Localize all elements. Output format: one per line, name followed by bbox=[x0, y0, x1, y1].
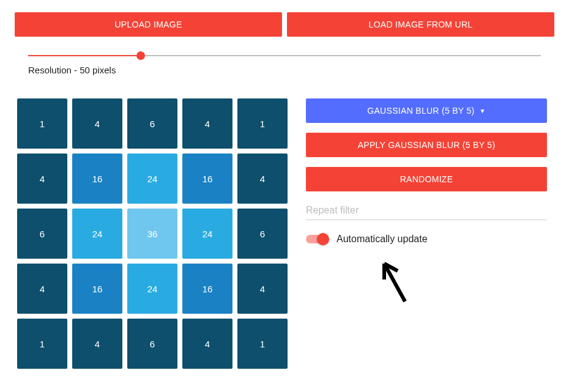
kernel-cell[interactable]: 6 bbox=[127, 98, 177, 149]
kernel-cell[interactable]: 4 bbox=[237, 264, 288, 314]
toggle-knob bbox=[317, 233, 329, 245]
slider-track bbox=[28, 55, 541, 56]
auto-update-toggle[interactable] bbox=[306, 235, 328, 243]
slider-thumb[interactable] bbox=[136, 51, 145, 60]
kernel-cell[interactable]: 24 bbox=[182, 209, 232, 259]
kernel-cell[interactable]: 6 bbox=[237, 209, 288, 259]
kernel-cell[interactable]: 4 bbox=[17, 264, 67, 314]
kernel-cell[interactable]: 4 bbox=[72, 98, 122, 149]
kernel-cell[interactable]: 4 bbox=[237, 153, 288, 204]
kernel-cell[interactable]: 4 bbox=[72, 319, 122, 369]
kernel-cell[interactable]: 1 bbox=[237, 319, 288, 369]
filter-dropdown-label: GAUSSIAN BLUR (5 BY 5) bbox=[367, 106, 474, 116]
apply-filter-button[interactable]: APPLY GAUSSIAN BLUR (5 BY 5) bbox=[306, 133, 547, 157]
kernel-grid-container: 1464141624164624362464162416414641 bbox=[17, 98, 288, 369]
kernel-cell[interactable]: 24 bbox=[72, 209, 122, 259]
kernel-cell[interactable]: 16 bbox=[72, 153, 122, 204]
repeat-filter-input[interactable] bbox=[306, 201, 547, 220]
chevron-down-icon: ▼ bbox=[479, 108, 485, 114]
kernel-cell[interactable]: 1 bbox=[237, 98, 288, 149]
randomize-button[interactable]: RANDOMIZE bbox=[306, 167, 547, 191]
kernel-cell[interactable]: 24 bbox=[127, 264, 177, 314]
filter-dropdown[interactable]: GAUSSIAN BLUR (5 BY 5) ▼ bbox=[306, 98, 547, 123]
resolution-label: Resolution - 50 pixels bbox=[28, 65, 541, 75]
kernel-cell[interactable]: 24 bbox=[127, 153, 177, 204]
slider-fill bbox=[28, 55, 141, 56]
auto-update-label: Automatically update bbox=[337, 234, 428, 245]
kernel-cell[interactable]: 4 bbox=[182, 98, 232, 149]
kernel-grid: 1464141624164624362464162416414641 bbox=[17, 98, 288, 369]
kernel-cell[interactable]: 4 bbox=[17, 153, 67, 204]
resolution-slider[interactable] bbox=[28, 55, 541, 56]
kernel-cell[interactable]: 16 bbox=[182, 264, 232, 314]
kernel-cell[interactable]: 1 bbox=[17, 319, 67, 369]
right-panel: GAUSSIAN BLUR (5 BY 5) ▼ APPLY GAUSSIAN … bbox=[306, 98, 554, 369]
kernel-cell[interactable]: 16 bbox=[72, 264, 122, 314]
kernel-cell[interactable]: 4 bbox=[182, 319, 232, 369]
kernel-cell[interactable]: 6 bbox=[127, 319, 177, 369]
upload-image-button[interactable]: UPLOAD IMAGE bbox=[15, 12, 282, 37]
kernel-cell[interactable]: 36 bbox=[127, 209, 177, 259]
kernel-cell[interactable]: 16 bbox=[182, 153, 232, 204]
kernel-cell[interactable]: 1 bbox=[17, 98, 67, 149]
load-image-from-url-button[interactable]: LOAD IMAGE FROM URL bbox=[287, 12, 554, 37]
kernel-cell[interactable]: 6 bbox=[17, 209, 67, 259]
